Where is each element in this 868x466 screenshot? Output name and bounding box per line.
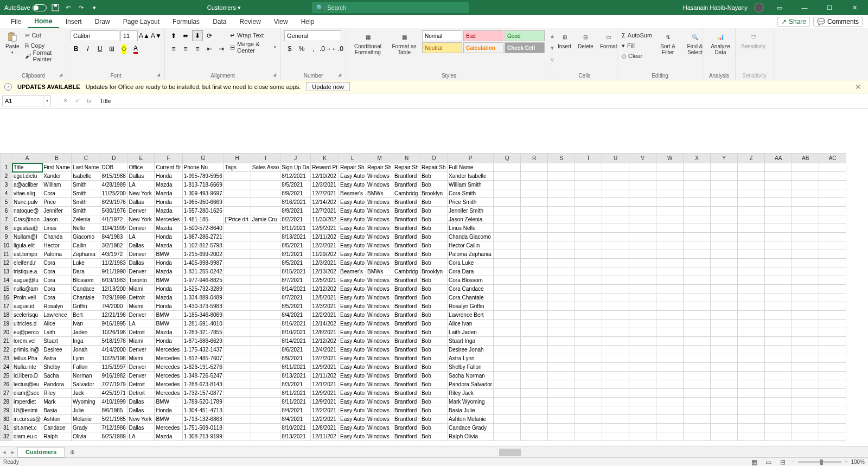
cell[interactable]	[548, 320, 575, 328]
cell[interactable]: 1-348-726-5247	[182, 372, 224, 380]
cell[interactable]	[575, 415, 602, 424]
column-header-K[interactable]: K	[311, 154, 339, 163]
cell[interactable]	[575, 302, 602, 311]
cell[interactable]	[711, 337, 738, 346]
menu-tab-view[interactable]: View	[267, 15, 295, 28]
cell[interactable]	[656, 198, 684, 207]
cell[interactable]: Miami	[127, 354, 155, 363]
cell[interactable]: Cora	[42, 189, 72, 198]
cell[interactable]: Brantford	[393, 276, 420, 285]
cell[interactable]	[711, 215, 738, 224]
cell[interactable]: Brantford	[393, 346, 420, 354]
cell[interactable]	[224, 293, 251, 302]
cell[interactable]	[602, 354, 629, 363]
cell[interactable]: 1-215-699-2002	[182, 250, 224, 259]
cell[interactable]: Bob	[420, 415, 448, 424]
cell[interactable]	[548, 293, 575, 302]
cell[interactable]	[656, 250, 684, 259]
cell[interactable]	[224, 259, 251, 267]
cell[interactable]: Bob	[420, 389, 448, 398]
cell[interactable]: Brantford	[393, 233, 420, 241]
cell[interactable]: 8/16/2021	[280, 320, 311, 328]
cell[interactable]: 12/14/202	[311, 320, 339, 328]
cell[interactable]	[792, 250, 819, 259]
cell[interactable]	[251, 293, 280, 302]
cell[interactable]: Windows	[366, 346, 393, 354]
cell[interactable]	[494, 250, 521, 259]
cell[interactable]	[819, 424, 846, 432]
cell[interactable]: 8/3/2021	[280, 380, 311, 389]
cell[interactable]: Grady	[72, 424, 100, 432]
column-header-H[interactable]: H	[224, 154, 251, 163]
cell[interactable]	[548, 415, 575, 424]
cell[interactable]	[684, 276, 711, 285]
cell[interactable]	[684, 189, 711, 198]
cell[interactable]: Price Smith	[448, 198, 494, 207]
cell[interactable]	[819, 372, 846, 380]
cell[interactable]	[819, 250, 846, 259]
formula-input[interactable]	[94, 95, 868, 106]
cell[interactable]	[792, 267, 819, 276]
cell[interactable]: 8/2/2021	[280, 215, 311, 224]
cell[interactable]	[819, 233, 846, 241]
cell[interactable]: 8/13/2021	[280, 372, 311, 380]
cell[interactable]: Hector	[42, 241, 72, 250]
cell[interactable]: Windows	[366, 181, 393, 189]
cell[interactable]	[629, 372, 656, 380]
cell[interactable]: 7/29/1999	[100, 293, 127, 302]
cell[interactable]	[224, 406, 251, 415]
cell[interactable]	[548, 328, 575, 337]
cell[interactable]	[548, 259, 575, 267]
normal-view-icon[interactable]: ▦	[749, 457, 760, 467]
cell[interactable]	[765, 406, 792, 415]
number-format-select[interactable]	[284, 30, 341, 41]
cell[interactable]	[792, 346, 819, 354]
cell[interactable]: Zephania	[72, 250, 100, 259]
cell[interactable]: Cras@non	[12, 215, 42, 224]
cell[interactable]	[521, 276, 548, 285]
cell[interactable]: Sales Asso	[251, 163, 280, 172]
cell[interactable]	[738, 224, 765, 233]
cell[interactable]: Smith	[72, 189, 100, 198]
borders-icon[interactable]: ⊞	[106, 43, 117, 54]
cell[interactable]: Bob	[420, 372, 448, 380]
cell[interactable]	[251, 241, 280, 250]
cell[interactable]	[602, 337, 629, 346]
cell[interactable]	[819, 337, 846, 346]
cell[interactable]	[521, 372, 548, 380]
row-header-24[interactable]: 24	[1, 363, 12, 372]
cell[interactable]	[602, 267, 629, 276]
toggle-off-icon[interactable]	[33, 4, 47, 11]
cell[interactable]	[738, 302, 765, 311]
cell[interactable]: Griffin	[72, 302, 100, 311]
cell[interactable]: Ivan	[72, 320, 100, 328]
cell[interactable]	[224, 389, 251, 398]
cell[interactable]	[656, 233, 684, 241]
name-box[interactable]	[2, 95, 43, 106]
cell[interactable]: 1-977-946-8825	[182, 276, 224, 285]
cell[interactable]	[494, 311, 521, 320]
cell[interactable]	[224, 267, 251, 276]
cell[interactable]	[548, 363, 575, 372]
cell[interactable]	[684, 354, 711, 363]
cell[interactable]	[684, 346, 711, 354]
cell[interactable]	[548, 337, 575, 346]
cell[interactable]: Detroit	[127, 389, 155, 398]
cell[interactable]	[224, 328, 251, 337]
align-top-icon[interactable]: ⬆	[168, 30, 179, 41]
cell[interactable]	[602, 181, 629, 189]
cell[interactable]: Brantford	[393, 372, 420, 380]
cell[interactable]: Bob	[420, 198, 448, 207]
cell[interactable]	[575, 163, 602, 172]
column-header-G[interactable]: G	[182, 154, 224, 163]
cell[interactable]	[602, 241, 629, 250]
cell[interactable]: 1-304-451-4713	[182, 406, 224, 415]
cell[interactable]	[251, 224, 280, 233]
cell[interactable]	[738, 415, 765, 424]
cell[interactable]	[656, 163, 684, 172]
cell[interactable]	[251, 432, 280, 441]
cell[interactable]	[684, 267, 711, 276]
cell[interactable]: Mercedes	[155, 363, 182, 372]
cell[interactable]: Miami	[127, 302, 155, 311]
cell[interactable]	[684, 285, 711, 293]
